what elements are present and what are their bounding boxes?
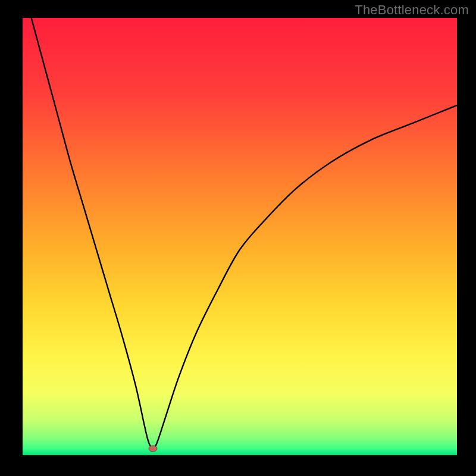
plot-area [23,18,457,455]
chart-canvas: TheBottleneck.com [0,0,476,476]
watermark-text: TheBottleneck.com [355,2,469,18]
optimum-marker [149,446,157,452]
gradient-background [23,18,457,455]
plot-svg [23,18,457,455]
